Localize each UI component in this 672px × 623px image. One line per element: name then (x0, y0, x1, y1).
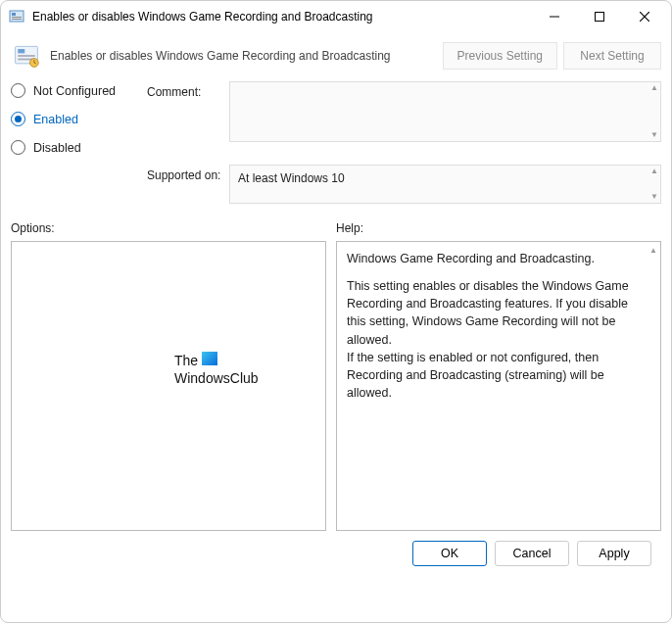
help-text: This setting enables or disables the Win… (347, 277, 643, 349)
scroll-up-icon[interactable]: ▲ (650, 84, 658, 92)
dialog-footer: OK Cancel Apply (11, 531, 661, 566)
cancel-button[interactable]: Cancel (495, 541, 569, 566)
previous-setting-button[interactable]: Previous Setting (443, 42, 557, 70)
maximize-button[interactable] (577, 2, 622, 31)
options-pane: The WindowsClub (11, 241, 326, 531)
radio-not-configured[interactable]: Not Configured (11, 83, 143, 98)
options-section-label: Options: (11, 221, 326, 235)
radio-label: Not Configured (33, 84, 116, 98)
scroll-down-icon[interactable]: ▼ (650, 193, 658, 201)
watermark: The WindowsClub (174, 352, 259, 387)
next-setting-button[interactable]: Next Setting (563, 42, 661, 70)
supported-on-text: At least Windows 10 (238, 171, 345, 185)
supported-on-value: At least Windows 10 ▲ ▼ (229, 165, 661, 204)
svg-rect-2 (12, 17, 22, 18)
scroll-up-icon[interactable]: ▲ (649, 245, 657, 257)
radio-disabled[interactable]: Disabled (11, 140, 143, 155)
radio-label: Enabled (33, 113, 78, 126)
comment-input[interactable]: ▲ ▼ (229, 81, 661, 142)
help-pane: Windows Game Recording and Broadcasting.… (336, 241, 661, 531)
help-text: If the setting is enabled or not configu… (347, 349, 643, 402)
close-button[interactable] (622, 2, 667, 31)
watermark-logo-icon (202, 352, 217, 365)
policy-icon (11, 40, 42, 72)
title-bar: Enables or disables Windows Game Recordi… (1, 1, 671, 32)
header-title: Enables or disables Windows Game Recordi… (50, 49, 435, 63)
radio-enabled[interactable]: Enabled (11, 112, 143, 126)
scroll-up-icon[interactable]: ▲ (650, 168, 658, 175)
svg-rect-3 (12, 19, 22, 20)
state-radio-group: Not Configured Enabled Disabled (11, 81, 143, 155)
svg-rect-1 (12, 13, 16, 16)
help-text: Windows Game Recording and Broadcasting. (347, 250, 643, 267)
comment-label: Comment: (147, 81, 225, 99)
svg-rect-9 (18, 49, 24, 53)
svg-rect-0 (10, 11, 24, 22)
help-section-label: Help: (336, 221, 363, 235)
header-row: Enables or disables Windows Game Recordi… (11, 40, 661, 72)
watermark-line1: The (174, 353, 198, 368)
watermark-line2: WindowsClub (174, 369, 259, 387)
minimize-button[interactable] (532, 2, 577, 31)
supported-on-label: Supported on: (147, 165, 225, 204)
scroll-down-icon[interactable]: ▼ (650, 131, 658, 139)
window-title: Enables or disables Windows Game Recordi… (32, 10, 532, 24)
svg-rect-10 (18, 55, 35, 57)
radio-label: Disabled (33, 141, 81, 155)
app-icon (9, 9, 24, 24)
apply-button[interactable]: Apply (577, 541, 651, 566)
ok-button[interactable]: OK (412, 541, 487, 566)
svg-rect-5 (596, 13, 604, 22)
window-controls (532, 2, 667, 31)
